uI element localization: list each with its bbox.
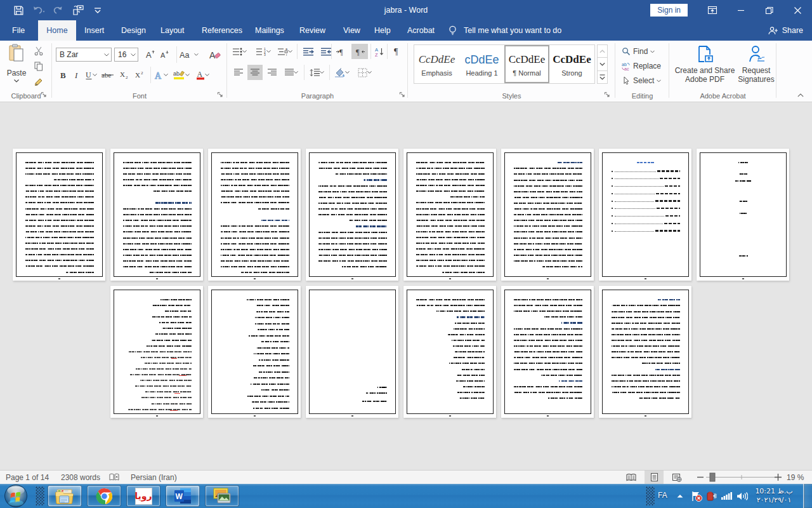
tray-power-icon[interactable] — [705, 484, 717, 508]
web-layout-button[interactable] — [667, 471, 686, 484]
page-thumbnail[interactable] — [208, 149, 301, 281]
page-thumbnail[interactable] — [697, 149, 789, 281]
paste-button[interactable]: Paste — [4, 44, 29, 83]
show-desktop-button[interactable] — [803, 484, 812, 508]
format-painter-button[interactable] — [32, 76, 46, 87]
paragraph-dialog-launcher[interactable] — [399, 91, 407, 99]
font-size-dropdown-icon[interactable] — [128, 48, 138, 61]
bullets-button[interactable] — [232, 45, 248, 58]
page-thumbnail[interactable] — [599, 286, 691, 418]
italic-button[interactable]: I — [71, 68, 82, 82]
zoom-out-button[interactable] — [696, 471, 705, 484]
cut-button[interactable] — [32, 45, 46, 57]
underline-button[interactable]: U — [82, 68, 99, 82]
tab-design[interactable]: Design — [120, 20, 147, 41]
font-color-button[interactable]: A — [193, 68, 211, 82]
grow-font-button[interactable]: A — [143, 48, 157, 62]
restore-button[interactable] — [755, 0, 783, 20]
numbering-button[interactable]: 123 — [254, 45, 272, 58]
tray-action-center-icon[interactable] — [690, 484, 703, 508]
font-name-dropdown-icon[interactable] — [102, 48, 111, 61]
align-center-button[interactable] — [247, 65, 263, 80]
page-thumbnail[interactable] — [110, 149, 203, 281]
styles-scroll-up[interactable] — [598, 45, 607, 58]
zoom-slider[interactable] — [706, 471, 777, 484]
page-thumbnail[interactable] — [403, 286, 496, 418]
taskbar-explorer-button[interactable] — [48, 485, 82, 507]
ltr-direction-button[interactable]: ¶ — [334, 45, 349, 58]
rtl-direction-button[interactable]: ¶ — [351, 44, 368, 59]
share-button[interactable]: Share — [768, 20, 803, 41]
page-thumbnail[interactable] — [208, 286, 301, 418]
font-dialog-launcher[interactable] — [217, 91, 225, 99]
clear-formatting-button[interactable]: A — [207, 48, 223, 62]
align-right-button[interactable] — [265, 66, 279, 79]
collapse-ribbon-button[interactable] — [794, 90, 807, 100]
shrink-font-button[interactable]: A — [158, 48, 171, 62]
justify-button[interactable] — [282, 66, 301, 79]
close-button[interactable] — [783, 0, 812, 20]
clipboard-dialog-launcher[interactable] — [41, 91, 48, 99]
sort-button[interactable]: AZ — [372, 45, 386, 58]
tray-language-badge[interactable]: FA — [658, 491, 667, 500]
styles-scroll-down[interactable] — [598, 58, 607, 70]
zoom-in-button[interactable] — [773, 471, 782, 484]
shading-button[interactable] — [332, 66, 351, 79]
tab-mailings[interactable]: Mailings — [254, 20, 285, 41]
font-name-combo[interactable]: B Zar — [56, 48, 112, 62]
text-effects-button[interactable]: A — [153, 68, 169, 82]
taskbar-photo-viewer-button[interactable] — [205, 485, 239, 507]
change-case-button[interactable]: Aa — [180, 48, 199, 62]
style-emphasis[interactable]: CcDdEeEmphasis — [414, 45, 459, 83]
page-thumbnail[interactable] — [13, 149, 105, 281]
tab-help[interactable]: Help — [373, 20, 392, 41]
select-button[interactable]: Select — [622, 74, 661, 87]
request-signatures-button[interactable]: x Request Signatures — [738, 44, 775, 84]
read-mode-button[interactable] — [622, 471, 641, 484]
tab-insert[interactable]: Insert — [83, 20, 105, 41]
tab-view[interactable]: View — [342, 20, 362, 41]
page-thumbnail[interactable] — [403, 149, 496, 281]
word-count[interactable]: 2308 words — [61, 471, 100, 484]
page-thumbnail[interactable] — [599, 149, 691, 281]
proofing-status[interactable] — [109, 471, 119, 484]
tray-volume-icon[interactable] — [736, 484, 748, 508]
page-thumbnail[interactable] — [501, 286, 594, 418]
style--normal[interactable]: CcDdEe¶ Normal — [504, 45, 549, 83]
styles-more-button[interactable] — [598, 71, 607, 83]
highlight-button[interactable]: ab — [172, 68, 191, 82]
tell-me-box[interactable]: Tell me what you want to do — [448, 20, 561, 41]
find-button[interactable]: Find — [622, 45, 655, 58]
line-spacing-button[interactable] — [307, 66, 326, 79]
tab-layout[interactable]: Layout — [159, 20, 186, 41]
page-thumbnail[interactable] — [501, 149, 594, 281]
tab-review[interactable]: Review — [298, 20, 327, 41]
page-thumbnail[interactable] — [306, 149, 398, 281]
page-thumbnail[interactable] — [110, 286, 203, 418]
copy-button[interactable] — [32, 60, 46, 72]
tray-expand-icon[interactable] — [675, 484, 685, 508]
ribbon-display-options-icon[interactable] — [698, 0, 726, 20]
start-button[interactable] — [3, 485, 29, 507]
tab-acrobat[interactable]: Acrobat — [406, 20, 436, 41]
page-indicator[interactable]: Page 1 of 14 — [6, 471, 49, 484]
superscript-button[interactable]: X2 — [133, 68, 147, 82]
tab-home[interactable]: Home — [38, 20, 76, 41]
bold-button[interactable]: B — [57, 68, 70, 82]
subscript-button[interactable]: X2 — [118, 68, 132, 82]
tray-clock[interactable]: ب.ظ 10:21 ۲۰۲۱/۲۹/۰۱ — [750, 487, 798, 505]
tab-file[interactable]: File — [11, 20, 26, 41]
replace-button[interactable]: abac Replace — [622, 60, 661, 72]
style-heading-1[interactable]: cDdEeHeading 1 — [459, 45, 504, 83]
tray-network-icon[interactable] — [721, 484, 732, 508]
language-status[interactable]: Persian (Iran) — [131, 471, 177, 484]
styles-dialog-launcher[interactable] — [604, 91, 612, 99]
zoom-level[interactable]: 19 % — [787, 471, 804, 484]
sign-in-button[interactable]: Sign in — [650, 4, 688, 17]
taskbar-roya-button[interactable]: رویا — [126, 485, 160, 507]
document-area[interactable] — [0, 102, 812, 470]
borders-button[interactable] — [355, 66, 375, 79]
strikethrough-button[interactable]: abe — [100, 68, 117, 82]
minimize-button[interactable] — [726, 0, 755, 20]
align-left-button[interactable] — [232, 66, 246, 79]
